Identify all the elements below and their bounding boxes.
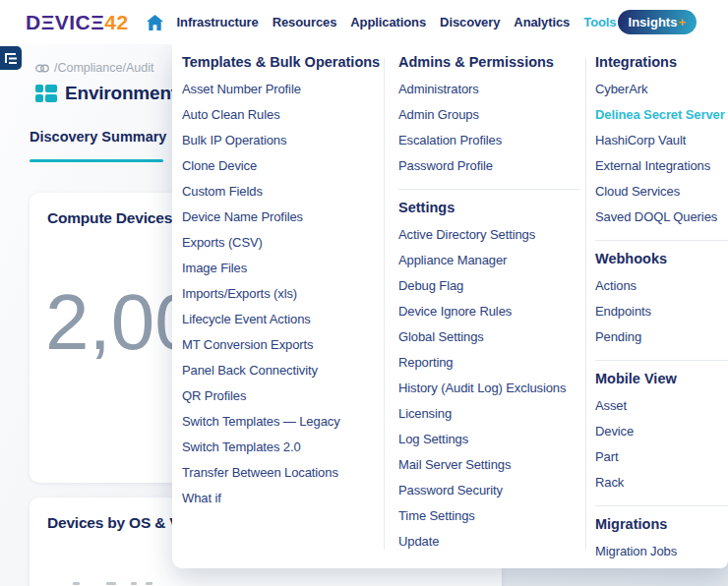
home-icon[interactable]	[147, 15, 163, 30]
top-navbar: DΞVICΞ42 InfrastructureResourcesApplicat…	[0, 0, 728, 44]
menu-item[interactable]: Asset	[595, 393, 728, 419]
menu-item[interactable]: What if	[182, 486, 379, 511]
menu-item[interactable]: Lifecycle Event Actions	[182, 307, 379, 332]
menu-item[interactable]: Endpoints	[595, 299, 728, 324]
menu-section-header: Webhooks	[595, 251, 728, 267]
menu-item[interactable]: Log Settings	[398, 427, 580, 452]
menu-item[interactable]: Imports/Exports (xls)	[182, 281, 379, 307]
menu-section-header: Templates & Bulk Operations	[182, 54, 379, 71]
nav-item-tools[interactable]: Tools	[583, 15, 616, 29]
menu-item[interactable]: History (Audit Log) Exclusions	[398, 376, 580, 401]
menu-item[interactable]: CyberArk	[595, 77, 728, 102]
chart-fragment	[106, 582, 116, 585]
menu-column-2: Admins & PermissionsAdministratorsAdmin …	[398, 54, 580, 555]
menu-item[interactable]: Debug Flag	[398, 273, 580, 299]
menu-item[interactable]: Mail Server Settings	[398, 452, 580, 478]
menu-section-divider	[595, 240, 728, 241]
page-title: Environment	[65, 83, 177, 104]
active-tab-indicator	[30, 159, 163, 162]
menu-item[interactable]: Licensing	[398, 401, 580, 427]
menu-section-divider	[595, 505, 728, 506]
menu-item[interactable]: Panel Back Connectivity	[182, 358, 379, 383]
menu-item[interactable]: Exports (CSV)	[182, 230, 379, 256]
breadcrumb[interactable]: /Compliance/Audit	[35, 61, 153, 75]
link-icon	[35, 64, 49, 73]
sidebar-toggle-button[interactable]	[0, 46, 22, 70]
menu-item[interactable]: Switch Templates 2.0	[182, 435, 379, 460]
modules-grid-icon	[35, 85, 57, 102]
nav-item-applications[interactable]: Applications	[350, 15, 426, 29]
menu-item[interactable]: Active Directory Settings	[398, 222, 580, 248]
menu-column-1: Templates & Bulk OperationsAsset Number …	[182, 54, 379, 511]
page-title-row: Environment	[35, 83, 177, 104]
menu-item[interactable]: Auto Clean Rules	[182, 102, 379, 128]
menu-item[interactable]: MT Conversion Exports	[182, 332, 379, 358]
nav-item-discovery[interactable]: Discovery	[440, 15, 500, 29]
device42-logo[interactable]: DΞVICΞ42	[26, 11, 129, 34]
logo-text-device: DΞVICΞ	[26, 11, 104, 33]
menu-item[interactable]: Password Security	[398, 478, 580, 503]
menu-item[interactable]: Password Profile	[398, 153, 580, 179]
menu-item[interactable]: Administrators	[398, 77, 580, 102]
menu-section-divider	[595, 360, 728, 361]
menu-item[interactable]: Clone Device	[182, 153, 379, 179]
menu-item[interactable]: Global Settings	[398, 324, 580, 350]
menu-item[interactable]: Pending	[595, 324, 728, 350]
menu-item[interactable]: Switch Templates — Legacy	[182, 409, 379, 435]
insights-plus-icon: +	[678, 15, 686, 29]
menu-section-header: Integrations	[595, 54, 728, 71]
menu-section-header: Settings	[398, 200, 580, 216]
tree-view-icon	[4, 52, 18, 65]
insights-label: Insights	[629, 15, 678, 29]
menu-section-divider	[398, 189, 580, 190]
nav-item-infrastructure[interactable]: Infrastructure	[177, 15, 259, 29]
main-nav: InfrastructureResourcesApplicationsDisco…	[177, 15, 617, 29]
menu-item[interactable]: HashiCorp Vault	[595, 128, 728, 153]
card-title: Compute Devices	[47, 209, 172, 227]
menu-section-header: Migrations	[595, 516, 728, 533]
menu-item[interactable]: Admin Groups	[398, 102, 580, 128]
menu-item[interactable]: Cloud Services	[595, 179, 728, 205]
menu-item[interactable]: Saved DOQL Queries	[595, 205, 728, 230]
menu-section-header: Mobile View	[595, 371, 728, 387]
column-divider	[585, 58, 586, 550]
menu-item[interactable]: Asset Number Profile	[182, 77, 379, 102]
menu-item[interactable]: Time Settings	[398, 503, 580, 529]
insights-button[interactable]: Insights +	[618, 10, 697, 34]
nav-item-analytics[interactable]: Analytics	[514, 15, 570, 29]
menu-item[interactable]: Bulk IP Operations	[182, 128, 379, 153]
menu-item[interactable]: Rack	[595, 470, 728, 496]
menu-column-3: IntegrationsCyberArkDelinea Secret Serve…	[595, 54, 728, 564]
menu-item[interactable]: Delinea Secret Server	[595, 102, 728, 128]
chart-fragment	[131, 582, 137, 585]
menu-item[interactable]: Update	[398, 529, 580, 555]
menu-item[interactable]: Custom Fields	[182, 179, 379, 205]
menu-item[interactable]: Device Name Profiles	[182, 205, 379, 230]
menu-item[interactable]: External Integrations	[595, 153, 728, 179]
column-divider	[384, 58, 385, 550]
menu-item[interactable]: QR Profiles	[182, 383, 379, 409]
menu-item[interactable]: Appliance Manager	[398, 248, 580, 273]
tools-dropdown-menu: Templates & Bulk OperationsAsset Number …	[172, 44, 728, 568]
logo-text-42: 42	[104, 11, 128, 33]
menu-item[interactable]: Actions	[595, 273, 728, 299]
breadcrumb-path: /Compliance/Audit	[54, 61, 153, 75]
menu-item[interactable]: Migration Jobs	[595, 539, 728, 564]
chart-fragment	[146, 582, 152, 585]
menu-item[interactable]: Device Ignore Rules	[398, 299, 580, 324]
menu-item[interactable]: Reporting	[398, 350, 580, 376]
menu-section-header: Admins & Permissions	[398, 54, 580, 71]
tab-discovery-summary[interactable]: Discovery Summary	[30, 129, 166, 145]
menu-item[interactable]: Image Files	[182, 256, 379, 281]
menu-item[interactable]: Device	[595, 419, 728, 444]
menu-item[interactable]: Transfer Between Locations	[182, 460, 379, 486]
menu-item[interactable]: Part	[595, 444, 728, 470]
chart-fragment	[73, 582, 80, 585]
menu-item[interactable]: Escalation Profiles	[398, 128, 580, 153]
nav-item-resources[interactable]: Resources	[273, 15, 337, 29]
